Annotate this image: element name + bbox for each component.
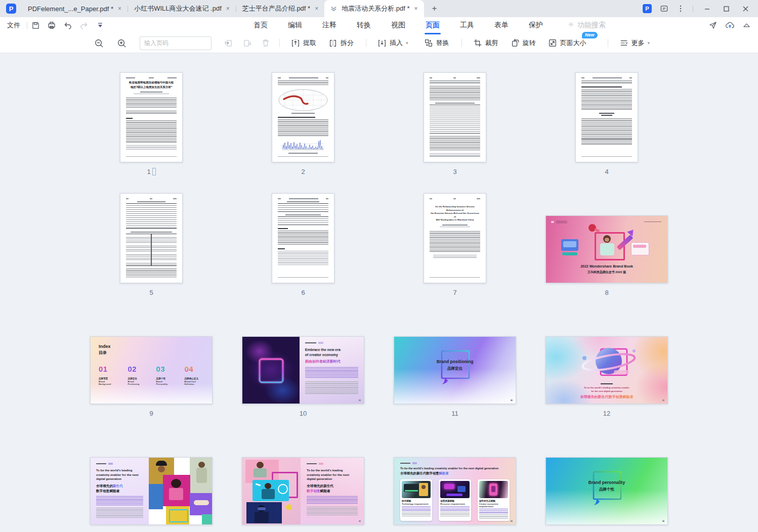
page-thumbnail-2[interactable] <box>272 72 334 162</box>
collapse-toolbar-icon[interactable] <box>742 22 751 29</box>
page-cell-4: 4 <box>531 56 683 176</box>
print-button[interactable] <box>45 19 58 31</box>
paper-title: 地区7级以上地震发生的关系分析* <box>126 85 177 90</box>
maximize-button[interactable] <box>721 6 732 12</box>
text-lines-placeholder <box>581 89 632 110</box>
card-image <box>440 481 469 498</box>
document-tab-3[interactable]: 芝士平台产品介绍.pdf * × <box>236 0 324 17</box>
extract-pages-button[interactable]: 提取 <box>291 38 316 48</box>
page-thumbnail-8[interactable]: W 2022 Wondershare Brand Book 万兴科技品牌白皮书 … <box>545 215 668 283</box>
slide-text-panel: To be the world's leadingcreativity enab… <box>91 458 149 524</box>
photo-collage <box>242 458 301 524</box>
tab-close-icon[interactable]: × <box>414 5 418 12</box>
page-number-combobox[interactable]: ▾ <box>140 36 212 50</box>
feature-search[interactable]: 功能搜索 <box>567 21 606 30</box>
page-thumbnail-5[interactable] <box>120 193 183 283</box>
collage-hat <box>156 461 167 466</box>
page-number-label: 12 <box>603 409 610 418</box>
paper-title: 欧亚地震带地震活动增强与中国大陆 <box>126 80 177 85</box>
page-thumbnail-3[interactable] <box>424 72 486 162</box>
tab-close-icon[interactable]: × <box>226 5 230 12</box>
page-thumbnail-12[interactable]: To be the world's leading creativity ena… <box>545 336 668 404</box>
share-send-icon[interactable] <box>708 21 718 30</box>
close-button[interactable] <box>740 6 751 12</box>
kebab-menu-icon[interactable] <box>677 5 685 13</box>
menu-tab-comment[interactable]: 注释 <box>321 18 338 32</box>
page-cell-7: On the Relationship between Seismic Enha… <box>379 176 531 297</box>
crop-pages-button[interactable]: 裁剪 <box>473 38 498 48</box>
menu-tab-home[interactable]: 首页 <box>252 18 269 32</box>
redo-button[interactable] <box>77 19 91 31</box>
delete-page-button-disabled[interactable] <box>261 38 270 48</box>
pdfelement-mini-logo-icon[interactable]: P <box>643 4 652 13</box>
file-menu[interactable]: 文件 <box>0 21 27 30</box>
split-pages-button[interactable]: 拆分 <box>328 38 354 48</box>
authors-placeholder <box>442 225 468 226</box>
more-button[interactable]: 更多▾ <box>619 38 654 48</box>
tab-close-icon[interactable]: × <box>315 5 318 12</box>
page-thumbnail-15[interactable]: To be the world's leading creativity ena… <box>394 457 516 525</box>
page-size-button[interactable]: 页面大小 New <box>548 38 586 48</box>
save-button[interactable] <box>29 19 42 31</box>
page-thumbnail-10[interactable]: Embrace the new eraof creator economy 拥抱… <box>242 336 364 404</box>
move-page-down-button-disabled[interactable] <box>242 38 252 48</box>
menu-tab-protect[interactable]: 保护 <box>528 18 544 32</box>
page-thumbnail-14[interactable]: To be the world's leadingcreativity enab… <box>242 457 364 525</box>
cover-art <box>633 245 646 248</box>
page-thumbnail-7[interactable]: On the Relationship between Seismic Enha… <box>424 193 486 283</box>
minimize-button[interactable] <box>701 6 712 12</box>
page-thumbnail-6[interactable] <box>272 193 334 283</box>
rotate-pages-button[interactable]: 旋转 <box>511 38 536 48</box>
undo-button[interactable] <box>61 19 74 31</box>
tab-label: PDFelement_...e_Paper.pdf * <box>28 5 113 13</box>
slide-text: To be the world's leading creativity ena… <box>546 383 667 400</box>
collage-body <box>262 489 275 499</box>
text-lines-placeholder <box>305 367 358 378</box>
document-tab-2[interactable]: 小红书WILL商业大会速记 .pdf × <box>128 0 236 17</box>
divider <box>279 39 280 47</box>
footer-placeholder <box>430 277 480 278</box>
zoom-in-button[interactable] <box>117 38 127 48</box>
world-map-figure <box>278 88 328 112</box>
seismic-chart-figure <box>281 139 325 152</box>
menu-tab-tools[interactable]: 工具 <box>459 18 475 32</box>
planet-artwork <box>569 340 645 385</box>
feedback-icon[interactable] <box>660 5 668 13</box>
page-thumbnail-13[interactable]: To be the world's leadingcreativity enab… <box>90 457 213 525</box>
collage-face <box>198 462 205 468</box>
document-tab-1[interactable]: PDFelement_...e_Paper.pdf * × <box>22 0 128 17</box>
replace-pages-button[interactable]: 替换 <box>424 38 449 48</box>
slide-title-zh: 品牌个性 <box>546 487 667 492</box>
menu-tab-convert[interactable]: 转换 <box>356 18 372 32</box>
page-thumbnail-1[interactable]: 欧亚地震带地震活动增强与中国大陆 地区7级以上地震发生的关系分析* <box>120 72 183 162</box>
move-page-up-button-disabled[interactable] <box>224 38 233 48</box>
footer-placeholder <box>126 277 177 278</box>
quick-access-dropdown-icon[interactable] <box>94 19 107 31</box>
zoom-out-button[interactable] <box>94 38 104 48</box>
page-cell-14: To be the world's leadingcreativity enab… <box>227 418 379 532</box>
page-thumbnail-11[interactable]: Brand positioning 品牌定位 <box>394 336 516 404</box>
section-heading-placeholder <box>278 248 285 249</box>
collage-photo <box>202 514 212 524</box>
menu-tab-edit[interactable]: 编辑 <box>287 18 303 32</box>
page-number-label: 15 <box>451 529 458 532</box>
cover-subtitle: 万兴科技品牌白皮书 2022 版 <box>546 270 667 275</box>
paper-title-en: the Eurasian Seismic Belt and the Occurr… <box>430 212 480 218</box>
page-number-label: 11 <box>451 409 458 418</box>
document-tab-4-active[interactable]: 地震活动关系分析.pdf * × <box>324 0 424 17</box>
page-number-label: 14 <box>300 529 307 532</box>
cloud-upload-icon[interactable] <box>725 21 735 30</box>
page-thumbnail-16[interactable]: Brand personality 品牌个性 <box>545 457 668 525</box>
menu-tab-page-active[interactable]: 页面 <box>425 18 441 32</box>
page-number-label: 7 <box>453 288 456 297</box>
insert-pages-button[interactable]: 插入▾ <box>377 38 412 48</box>
page-number-input[interactable] <box>140 39 227 47</box>
tab-close-icon[interactable]: × <box>118 5 121 12</box>
page-thumbnail-4[interactable] <box>575 72 638 162</box>
menu-tab-form[interactable]: 表单 <box>493 18 510 32</box>
tab-label: 芝士平台产品介绍.pdf * <box>242 4 310 13</box>
page-thumbnail-9[interactable]: Index 目录 01 品牌背景 Brand Background 02 品牌定… <box>90 336 213 404</box>
index-item-2: 02 品牌定位 Brand Positioning <box>128 365 144 385</box>
new-tab-button[interactable]: + <box>432 4 437 14</box>
menu-tab-view[interactable]: 视图 <box>390 18 406 32</box>
